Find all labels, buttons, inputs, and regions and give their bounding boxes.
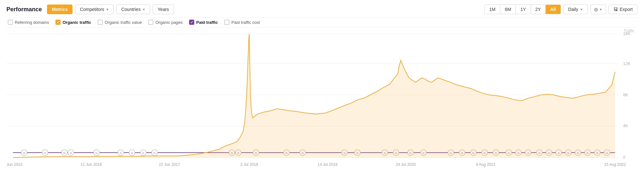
x-label-2020: 24 Jul 2020	[396, 162, 416, 167]
time-2y-button[interactable]: 2Y	[531, 5, 546, 14]
frequency-chevron-icon: ▼	[580, 8, 583, 11]
organic-traffic-value-label: Organic traffic value	[105, 20, 142, 25]
legend-referring-domains[interactable]: Referring domains	[8, 20, 49, 25]
time-range-group: 1M 6M 1Y 2Y All	[485, 5, 561, 14]
referring-domains-checkbox[interactable]	[8, 20, 13, 25]
paid-traffic-label: Paid traffic	[196, 20, 218, 25]
svg-text:G: G	[142, 151, 144, 155]
competitors-button[interactable]: Competitors ▼	[75, 5, 114, 14]
legend-row: Referring domains ✓ Organic traffic Orga…	[6, 17, 638, 28]
comment-button[interactable]: ◎ ▼	[591, 5, 606, 14]
organic-pages-checkbox[interactable]	[148, 20, 153, 25]
countries-label: Countries	[121, 7, 140, 12]
legend-organic-pages[interactable]: Organic pages	[148, 20, 183, 25]
countries-chevron-icon: ▼	[142, 8, 145, 11]
time-6m-button[interactable]: 6M	[500, 5, 516, 14]
y-axis-12k: 12K	[623, 61, 630, 66]
x-label-2022: 15 Aug 2022	[604, 162, 626, 167]
legend-organic-traffic[interactable]: ✓ Organic traffic	[55, 20, 91, 25]
y-axis-4k: 4K	[623, 123, 628, 128]
years-button[interactable]: Years	[153, 5, 174, 14]
competitors-label: Competitors	[80, 7, 104, 12]
frequency-button[interactable]: Daily ▼	[563, 5, 588, 14]
y-axis-traffic-label: Traffic	[624, 29, 634, 33]
svg-text:G: G	[23, 151, 25, 155]
comment-icon: ◎	[594, 7, 598, 12]
countries-button[interactable]: Countries ▼	[116, 5, 150, 14]
referring-domains-label: Referring domains	[15, 20, 49, 25]
organic-traffic-value-checkbox[interactable]	[98, 20, 103, 25]
time-1m-button[interactable]: 1M	[485, 5, 500, 14]
paid-traffic-cost-label: Paid traffic cost	[231, 20, 260, 25]
time-1y-button[interactable]: 1Y	[516, 5, 531, 14]
svg-text:G: G	[120, 151, 122, 155]
performance-chart: 0 4K 8K 12K 16K Traffic 1 Jun 2015 11 Ju…	[6, 29, 638, 167]
export-label: Export	[620, 7, 633, 12]
export-icon: 🖫	[613, 7, 618, 12]
svg-text:G: G	[131, 151, 133, 155]
page-title: Performance	[6, 6, 42, 13]
y-axis-8k: 8K	[623, 92, 628, 97]
svg-text:G: G	[70, 151, 72, 155]
svg-text:G: G	[95, 151, 98, 155]
x-label-2017: 22 Jun 2017	[159, 162, 180, 167]
organic-traffic-label: Organic traffic	[62, 20, 91, 25]
x-label-2016: 11 Jun 2016	[81, 162, 102, 167]
x-label-2021: 4 Aug 2021	[476, 162, 495, 167]
legend-paid-traffic-cost[interactable]: Paid traffic cost	[224, 20, 260, 25]
svg-text:G: G	[153, 151, 156, 155]
legend-organic-traffic-value[interactable]: Organic traffic value	[98, 20, 142, 25]
svg-text:G: G	[44, 151, 46, 155]
y-axis-0: 0	[623, 155, 625, 160]
comment-chevron-icon: ▼	[599, 8, 602, 11]
metrics-button[interactable]: Metrics	[47, 5, 72, 14]
legend-paid-traffic[interactable]: ✓ Paid traffic	[189, 20, 218, 25]
paid-traffic-checkbox[interactable]: ✓	[189, 20, 194, 25]
export-button[interactable]: 🖫 Export	[609, 5, 638, 14]
x-label-2019: 14 Jul 2019	[318, 162, 338, 167]
x-label-2015: 1 Jun 2015	[6, 162, 23, 167]
time-all-button[interactable]: All	[546, 5, 561, 14]
organic-traffic-area	[13, 34, 615, 157]
frequency-label: Daily	[568, 7, 578, 12]
svg-text:G: G	[63, 151, 65, 155]
organic-traffic-checkbox[interactable]: ✓	[55, 20, 61, 25]
competitors-chevron-icon: ▼	[106, 8, 109, 11]
chart-area: 0 4K 8K 12K 16K Traffic 1 Jun 2015 11 Ju…	[6, 29, 638, 167]
paid-traffic-cost-checkbox[interactable]	[224, 20, 229, 25]
x-label-2018: 3 Jul 2018	[240, 162, 258, 167]
organic-pages-label: Organic pages	[155, 20, 183, 25]
